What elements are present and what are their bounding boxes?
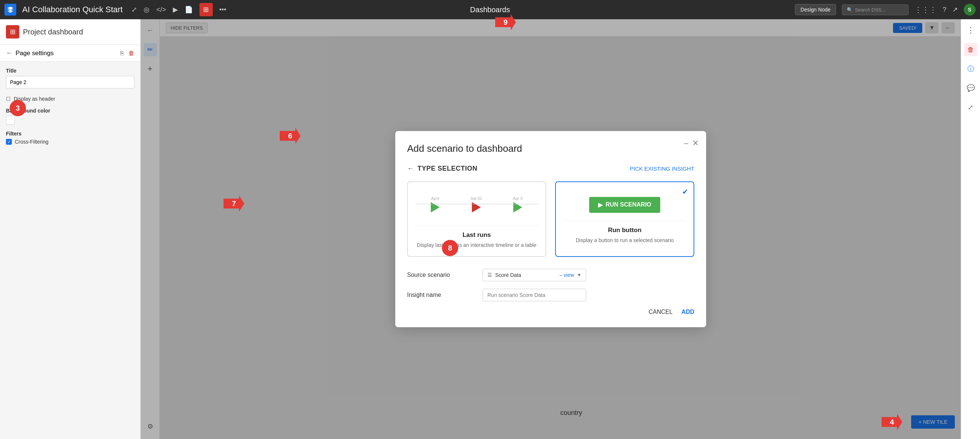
list-icon: ☰ [487, 272, 492, 278]
badge-8-container: 8 [442, 240, 458, 256]
play-icon[interactable]: ▶ [173, 6, 178, 14]
modal-close-button[interactable]: ✕ [692, 138, 699, 148]
left-sidebar: ⊞ Project dashboard ← Page settings ⎘ 🗑 … [0, 19, 141, 439]
timeline-line [415, 204, 538, 204]
copy-icon[interactable]: ⎘ [120, 50, 124, 57]
source-scenario-value: Score Data [495, 272, 556, 278]
date-1: April [431, 196, 439, 200]
card-preview-area: April Sat 02 Apr 0 [415, 189, 538, 219]
title-field-input[interactable] [6, 76, 134, 89]
badge-7-container: 7 [224, 196, 244, 212]
color-picker[interactable] [6, 116, 15, 125]
topbar: AI Collaboration Quick Start ⤢ ◎ </> ▶ 📄… [0, 0, 980, 19]
comment-icon[interactable]: 💬 [964, 81, 977, 95]
run-3: Apr 0 [513, 196, 523, 213]
share-right-icon[interactable]: ⤢ [964, 101, 977, 114]
badge-4-number: 4 [890, 418, 894, 426]
badge-6: 6 [280, 128, 301, 144]
badge-9-container: 9 [495, 14, 516, 30]
add-button[interactable]: ADD [681, 309, 694, 315]
app-title: AI Collaboration Quick Start [22, 5, 123, 14]
badge-9: 9 [495, 14, 516, 30]
insight-name-input[interactable] [483, 289, 586, 301]
delete-icon[interactable]: 🗑 [129, 50, 134, 57]
source-scenario-label: Source scenario [407, 272, 474, 278]
last-runs-card[interactable]: April Sat 02 Apr 0 Last runs Display las… [407, 181, 546, 257]
filters-label: Filters [6, 130, 134, 137]
grid-icon[interactable]: ⋮⋮⋮ [915, 5, 937, 14]
type-selection-left: ← TYPE SELECTION [407, 165, 477, 172]
right-strip: ⋮ 🗑 ⓘ 💬 ⤢ [961, 19, 980, 439]
badge-7-number: 7 [232, 199, 236, 208]
badge-6-container: 6 [280, 128, 301, 144]
modal-title: Add scenario to dashboard [407, 143, 694, 154]
search-icon: 🔍 [847, 7, 853, 13]
insight-name-label: Insight name [407, 292, 474, 298]
external-icon[interactable]: ↗ [952, 6, 958, 14]
dropdown-chevron-icon: ▼ [577, 272, 581, 278]
run-label: RUN SCENARIO [606, 201, 651, 208]
active-tab-label: Dashboards [470, 6, 510, 14]
last-runs-name: Last runs [415, 231, 538, 239]
type-selection-label: TYPE SELECTION [417, 165, 477, 172]
more-vert-icon[interactable]: ⋮ [964, 24, 977, 37]
search-box[interactable]: 🔍 Search DSS... [842, 5, 908, 15]
target-icon[interactable]: ◎ [143, 6, 150, 14]
dashboard-icon[interactable]: ⊞ [199, 3, 213, 16]
delete-right-icon[interactable]: 🗑 [964, 43, 977, 56]
modal-footer: CANCEL ADD [407, 309, 694, 315]
type-selection-back-icon[interactable]: ← [407, 165, 414, 172]
badge-8-number: 8 [448, 244, 452, 253]
design-node-button[interactable]: Design Node [795, 4, 836, 15]
date-2: Sat 02 [470, 196, 482, 200]
file-icon[interactable]: 📄 [185, 6, 193, 14]
source-scenario-link[interactable]: – view [559, 272, 574, 278]
run-button-desc: Display a button to run a selected scena… [563, 237, 686, 244]
project-title: Project dashboard [23, 28, 83, 36]
code-icon[interactable]: </> [156, 6, 166, 14]
run-button-preview: ▶ RUN SCENARIO [563, 189, 686, 221]
badge-3-number: 3 [16, 104, 20, 113]
source-scenario-select[interactable]: ☰ Score Data – view ▼ [483, 269, 586, 281]
search-placeholder: Search DSS... [855, 7, 885, 13]
project-icon: ⊞ [6, 25, 19, 38]
back-arrow-icon[interactable]: ← [6, 49, 13, 57]
modal: Add scenario to dashboard – ✕ ← TYPE SEL… [395, 131, 706, 328]
cross-filtering-checkbox[interactable] [6, 139, 12, 145]
badge-3-container: 3 [10, 100, 26, 116]
modal-minimize-button[interactable]: – [684, 138, 688, 148]
date-3: Apr 0 [513, 196, 523, 200]
project-header: ⊞ Project dashboard [0, 19, 140, 45]
page-settings-bar: ← Page settings ⎘ 🗑 [0, 45, 140, 62]
pick-existing-insight-button[interactable]: PICK EXISTING INSIGHT [630, 165, 694, 172]
run-icon: ▶ [598, 201, 603, 208]
info-icon[interactable]: ⓘ [964, 62, 977, 75]
cross-filtering-row: Cross-Filtering [6, 139, 134, 145]
help-icon[interactable]: ? [943, 6, 946, 14]
type-selection-header: ← TYPE SELECTION PICK EXISTING INSIGHT [407, 165, 694, 172]
page-settings-actions: ⎘ 🗑 [120, 50, 134, 57]
run-scenario-preview-button: ▶ RUN SCENARIO [589, 197, 660, 213]
card-separator [415, 225, 538, 226]
cross-filtering-label: Cross-Filtering [15, 139, 48, 145]
run-2: Sat 02 [470, 196, 482, 213]
badge-4: 4 [881, 414, 902, 430]
last-runs-desc: Display last runs as an interactive time… [415, 242, 538, 249]
source-scenario-row: Source scenario ☰ Score Data – view ▼ [407, 269, 694, 281]
filters-group: Filters Cross-Filtering [6, 130, 134, 145]
cancel-button[interactable]: CANCEL [648, 309, 673, 315]
run-button-card[interactable]: ✔ ▶ RUN SCENARIO Run button Display a bu… [555, 181, 694, 257]
app-logo [5, 4, 16, 16]
run-1: April [431, 196, 440, 213]
insight-name-row: Insight name [407, 289, 694, 301]
badge-6-number: 6 [288, 132, 292, 140]
modal-overlay: Add scenario to dashboard – ✕ ← TYPE SEL… [141, 19, 961, 439]
badge-3: 3 [10, 100, 26, 116]
badge-4-container: 4 [881, 414, 902, 430]
badge-7: 7 [224, 196, 244, 212]
topbar-right: Design Node 🔍 Search DSS... ⋮⋮⋮ ? ↗ S [795, 4, 975, 16]
share-icon[interactable]: ⤢ [131, 6, 137, 14]
title-field-group: Title [6, 68, 134, 89]
selected-check-icon: ✔ [682, 187, 688, 196]
more-icon[interactable]: ••• [220, 6, 226, 14]
